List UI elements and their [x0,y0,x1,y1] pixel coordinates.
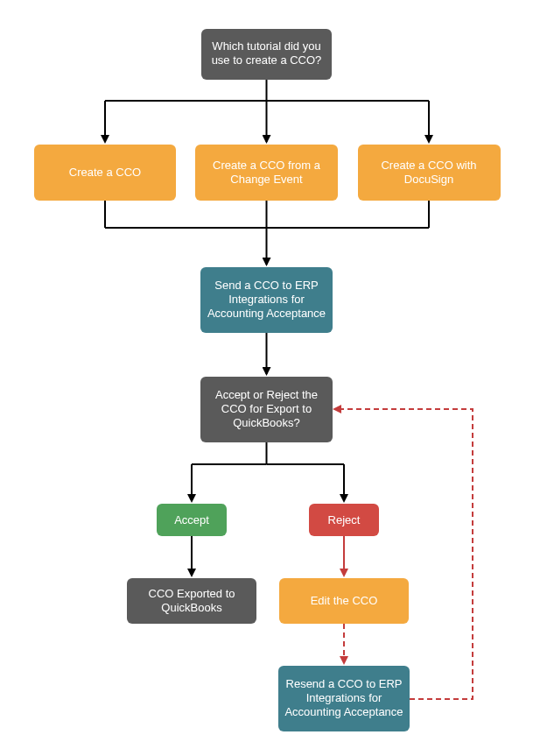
node-resend-l1: Resend a CCO to ERP [286,677,403,690]
node-create-cco-text: Create a CCO [69,166,141,179]
node-exported-l2: QuickBooks [161,601,222,614]
node-send-erp-l2: Integrations for [228,293,305,306]
node-decision-l1: Accept or Reject the [215,388,318,401]
node-resend-l2: Integrations for [306,691,382,704]
node-send-erp-l3: Accounting Acceptance [207,307,326,320]
node-decision-l2: CCO for Export to [221,402,312,415]
node-start-text-l1: Which tutorial did you [212,39,320,53]
node-create-cco-change-event-l1: Create a CCO from a [213,159,321,172]
node-accept-text: Accept [174,513,209,526]
node-create-cco-docusign-l1: Create a CCO with [381,159,476,172]
node-exported-l1: CCO Exported to [149,587,235,600]
node-create-cco-change-event-l2: Change Event [230,173,303,186]
node-start-text-l2: use to create a CCO? [212,53,322,67]
node-reject-text: Reject [328,513,361,526]
node-edit-text: Edit the CCO [311,594,378,607]
node-create-cco-docusign-l2: DocuSign [404,173,453,186]
flowchart: Which tutorial did you use to create a C… [0,0,533,756]
node-decision-l3: QuickBooks? [233,416,300,429]
node-send-erp-l1: Send a CCO to ERP [214,279,319,292]
node-resend-l3: Accounting Acceptance [284,705,403,718]
